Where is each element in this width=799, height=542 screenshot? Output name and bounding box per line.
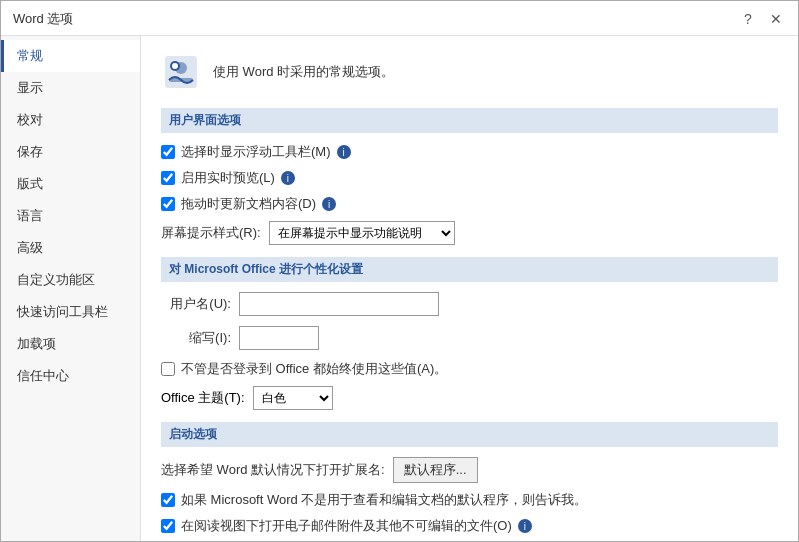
live-preview-label[interactable]: 启用实时预览(L)	[181, 169, 275, 187]
open-attachments-checkbox[interactable]	[161, 519, 175, 533]
sidebar-item-general[interactable]: 常规	[1, 40, 140, 72]
mini-toolbar-checkbox[interactable]	[161, 145, 175, 159]
close-button[interactable]: ✕	[766, 9, 786, 29]
open-attachments-label[interactable]: 在阅读视图下打开电子邮件附件及其他不可编辑的文件(O)	[181, 517, 512, 535]
startup-label: 选择希望 Word 默认情况下打开扩展名:	[161, 461, 385, 479]
office-theme-label: Office 主题(T):	[161, 389, 245, 407]
open-attachments-info-icon[interactable]: i	[518, 519, 532, 533]
word-options-dialog: Word 选项 ? ✕ 常规显示校对保存版式语言高级自定义功能区快速访问工具栏加…	[0, 0, 799, 542]
office-theme-dropdown[interactable]: 白色 彩色 深灰色 黑色	[253, 386, 333, 410]
sidebar-item-language[interactable]: 版式	[1, 168, 140, 200]
general-options-icon	[161, 52, 201, 92]
section-startup: 启动选项	[161, 422, 778, 447]
sidebar-item-customize[interactable]: 自定义功能区	[1, 264, 140, 296]
default-program-button[interactable]: 默认程序...	[393, 457, 478, 483]
sidebar-item-advanced[interactable]: 高级	[1, 232, 140, 264]
help-button[interactable]: ?	[738, 9, 758, 29]
sidebar-item-lang2[interactable]: 语言	[1, 200, 140, 232]
mini-toolbar-info-icon[interactable]: i	[337, 145, 351, 159]
title-bar: Word 选项 ? ✕	[1, 1, 798, 36]
mini-toolbar-label[interactable]: 选择时显示浮动工具栏(M)	[181, 143, 331, 161]
live-preview-info-icon[interactable]: i	[281, 171, 295, 185]
office-theme-row: Office 主题(T): 白色 彩色 深灰色 黑色	[161, 386, 778, 410]
dialog-title: Word 选项	[13, 10, 73, 28]
username-label: 用户名(U):	[161, 295, 231, 313]
username-input[interactable]	[239, 292, 439, 316]
sidebar-item-proofing[interactable]: 校对	[1, 104, 140, 136]
initials-label: 缩写(I):	[161, 329, 231, 347]
update-content-row: 拖动时更新文档内容(D) i	[161, 195, 778, 213]
open-attachments-row: 在阅读视图下打开电子邮件附件及其他不可编辑的文件(O) i	[161, 517, 778, 535]
section-ui: 用户界面选项	[161, 108, 778, 133]
initials-row: 缩写(I):	[161, 326, 778, 350]
always-use-checkbox[interactable]	[161, 362, 175, 376]
always-use-label[interactable]: 不管是否登录到 Office 都始终使用这些值(A)。	[181, 360, 447, 378]
not-default-checkbox[interactable]	[161, 493, 175, 507]
always-use-row: 不管是否登录到 Office 都始终使用这些值(A)。	[161, 360, 778, 378]
content-wrapper: 使用 Word 时采用的常规选项。 用户界面选项 选择时显示浮动工具栏(M) i…	[141, 36, 798, 541]
sidebar: 常规显示校对保存版式语言高级自定义功能区快速访问工具栏加载项信任中心	[1, 36, 141, 541]
not-default-row: 如果 Microsoft Word 不是用于查看和编辑文档的默认程序，则告诉我。	[161, 491, 778, 509]
sidebar-item-trust[interactable]: 信任中心	[1, 360, 140, 392]
update-content-checkbox[interactable]	[161, 197, 175, 211]
content-header: 使用 Word 时采用的常规选项。	[161, 52, 778, 92]
content-area: 使用 Word 时采用的常规选项。 用户界面选项 选择时显示浮动工具栏(M) i…	[141, 36, 798, 541]
title-bar-controls: ? ✕	[738, 9, 786, 29]
initials-input[interactable]	[239, 326, 319, 350]
live-preview-row: 启用实时预览(L) i	[161, 169, 778, 187]
sidebar-item-display[interactable]: 显示	[1, 72, 140, 104]
live-preview-checkbox[interactable]	[161, 171, 175, 185]
screen-tip-label: 屏幕提示样式(R):	[161, 224, 261, 242]
startup-row: 选择希望 Word 默认情况下打开扩展名: 默认程序...	[161, 457, 778, 483]
section-personalize: 对 Microsoft Office 进行个性化设置	[161, 257, 778, 282]
update-content-label[interactable]: 拖动时更新文档内容(D)	[181, 195, 316, 213]
dialog-body: 常规显示校对保存版式语言高级自定义功能区快速访问工具栏加载项信任中心 使用 Wo…	[1, 36, 798, 541]
not-default-label[interactable]: 如果 Microsoft Word 不是用于查看和编辑文档的默认程序，则告诉我。	[181, 491, 587, 509]
sidebar-item-save[interactable]: 保存	[1, 136, 140, 168]
update-content-info-icon[interactable]: i	[322, 197, 336, 211]
sidebar-item-addins[interactable]: 加载项	[1, 328, 140, 360]
mini-toolbar-row: 选择时显示浮动工具栏(M) i	[161, 143, 778, 161]
header-text: 使用 Word 时采用的常规选项。	[213, 63, 394, 81]
screen-tip-dropdown[interactable]: 在屏幕提示中显示功能说明 不在屏幕提示中显示功能说明 不显示屏幕提示	[269, 221, 455, 245]
username-row: 用户名(U):	[161, 292, 778, 316]
sidebar-item-quickaccess[interactable]: 快速访问工具栏	[1, 296, 140, 328]
svg-point-4	[172, 63, 178, 69]
screen-tip-row: 屏幕提示样式(R): 在屏幕提示中显示功能说明 不在屏幕提示中显示功能说明 不显…	[161, 221, 778, 245]
